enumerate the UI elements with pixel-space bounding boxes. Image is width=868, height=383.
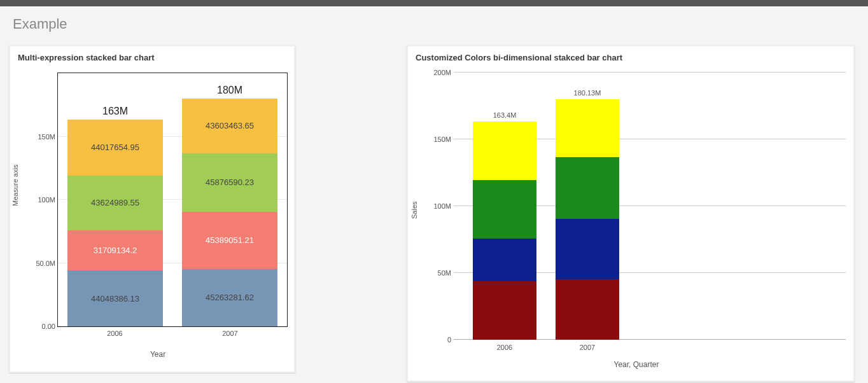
segment-value: 45876590.23 <box>206 178 254 187</box>
x-axis-label-right: Year, Quarter <box>427 351 846 369</box>
segment-value: 45263281.62 <box>206 293 254 302</box>
panel-title-right: Customized Colors bi-dimensional stakced… <box>408 46 853 65</box>
panel-custom-colors: Customized Colors bi-dimensional stakced… <box>407 45 855 382</box>
ytick: 0 <box>427 336 451 344</box>
xtick: 2007 <box>556 344 619 351</box>
total-label: 180M <box>182 85 277 96</box>
segment-value: 43603463.65 <box>206 121 254 130</box>
segment-value: 44017654.95 <box>91 143 139 152</box>
ytick: 100M <box>427 202 451 210</box>
xtick: 2006 <box>473 344 536 351</box>
total-label: 180.13M <box>556 89 619 97</box>
total-label: 163M <box>67 106 163 117</box>
bar-2006-r: 163.4M <box>473 73 536 340</box>
right-chart: Sales 0 50M 100M 150M 200M 163.4M <box>408 73 853 380</box>
xtick: 2007 <box>222 330 237 337</box>
left-plot-area: 0.00 50.0M 100M 150M 163M 44017654.95 43… <box>57 73 288 327</box>
x-axis-label-left: Year <box>28 337 288 359</box>
page-title: Example <box>0 6 868 45</box>
ytick: 150M <box>27 133 55 141</box>
left-chart: Measure axis 0.00 50.0M 100M 150M 163M 4… <box>10 73 294 372</box>
ytick: 50M <box>427 269 451 277</box>
segment-value: 31709134.2 <box>94 246 137 255</box>
ytick: 0.00 <box>27 323 55 330</box>
xtick: 2006 <box>107 330 122 337</box>
segment-value: 44048386.13 <box>91 294 139 303</box>
bar-2006: 163M 44017654.95 43624989.55 31709134.2 … <box>67 73 163 326</box>
panel-multi-expression: Multi-expression stacked bar chart Measu… <box>9 45 295 373</box>
panels-row: Multi-expression stacked bar chart Measu… <box>0 45 868 383</box>
bar-2007-r: 180.13M <box>556 73 619 340</box>
segment-value: 43624989.55 <box>91 198 139 207</box>
x-ticks-left: 2006 2007 <box>57 330 288 337</box>
top-toolbar <box>0 0 868 6</box>
x-ticks-right: 2006 2007 <box>454 344 846 351</box>
ytick: 100M <box>27 196 55 204</box>
ytick: 50.0M <box>27 260 55 267</box>
y-axis-label-left: Measure axis <box>11 165 19 206</box>
y-axis-label-right: Sales <box>410 201 418 219</box>
ytick: 150M <box>427 136 451 143</box>
ytick: 200M <box>427 69 451 76</box>
panel-title-left: Multi-expression stacked bar chart <box>10 46 294 65</box>
bar-2007: 180M 43603463.65 45876590.23 45389051.21… <box>182 73 277 326</box>
segment-value: 45389051.21 <box>206 235 254 245</box>
total-label: 163.4M <box>473 111 536 119</box>
right-plot-area: 0 50M 100M 150M 200M 163.4M <box>454 73 846 340</box>
